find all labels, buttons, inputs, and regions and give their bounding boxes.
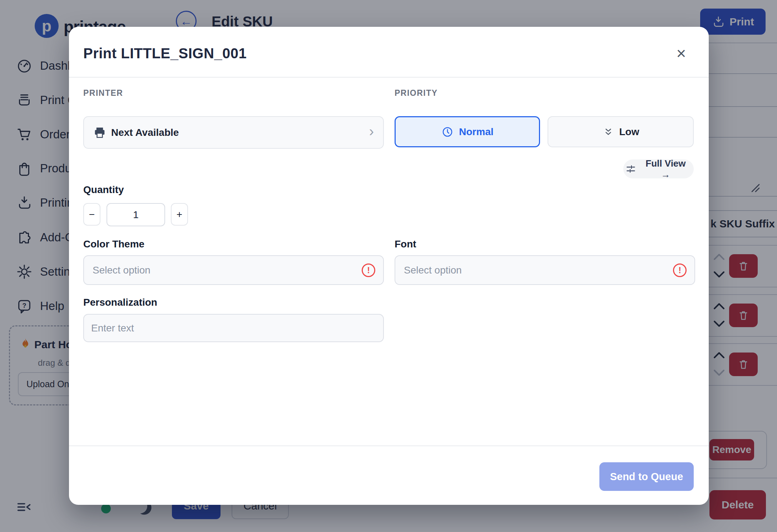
modal-footer-divider xyxy=(69,445,709,446)
priority-normal-label: Normal xyxy=(459,126,493,138)
error-icon: ! xyxy=(673,263,687,277)
printer-icon xyxy=(93,125,107,140)
modal-title: Print LITTLE_SIGN_001 xyxy=(83,45,247,61)
app-root: p printage ← Edit SKU Print Dashb Print … xyxy=(0,0,777,532)
priority-low-button[interactable]: Low xyxy=(548,116,694,147)
personalization-input[interactable] xyxy=(83,314,384,342)
font-label: Font xyxy=(395,238,416,250)
clock-icon xyxy=(441,125,454,138)
error-icon: ! xyxy=(362,263,375,277)
sliders-icon xyxy=(625,164,636,174)
color-theme-label: Color Theme xyxy=(83,238,144,250)
quantity-plus-button[interactable]: + xyxy=(171,203,188,226)
full-view-label: Full View → xyxy=(640,158,692,180)
quantity-input[interactable] xyxy=(107,203,165,226)
close-button[interactable]: × xyxy=(672,44,690,62)
priority-normal-button[interactable]: Normal xyxy=(395,116,540,147)
printer-section-label: PRINTER xyxy=(83,88,123,98)
print-sku-modal: Print LITTLE_SIGN_001 × PRINTER Next Ava… xyxy=(69,27,709,505)
printer-select[interactable]: Next Available › xyxy=(83,116,384,149)
quantity-label: Quantity xyxy=(83,184,124,196)
full-view-button[interactable]: Full View → xyxy=(623,159,694,178)
plus-icon: + xyxy=(177,209,182,220)
personalization-label: Personalization xyxy=(83,297,157,308)
priority-section-label: PRIORITY xyxy=(395,88,438,98)
font-placeholder: Select option xyxy=(404,265,462,276)
printer-value: Next Available xyxy=(111,127,179,138)
send-to-queue-button[interactable]: Send to Queue xyxy=(599,462,694,491)
double-chevron-down-icon xyxy=(602,126,614,138)
color-theme-placeholder: Select option xyxy=(93,265,150,276)
quantity-minus-button[interactable]: − xyxy=(83,203,100,226)
color-theme-select[interactable]: Select option ! xyxy=(83,255,384,285)
priority-low-label: Low xyxy=(619,126,639,138)
modal-header-divider xyxy=(69,77,709,78)
chevron-right-icon: › xyxy=(369,123,374,139)
font-select[interactable]: Select option ! xyxy=(395,255,695,285)
minus-icon: − xyxy=(89,209,95,220)
close-icon: × xyxy=(677,44,686,63)
